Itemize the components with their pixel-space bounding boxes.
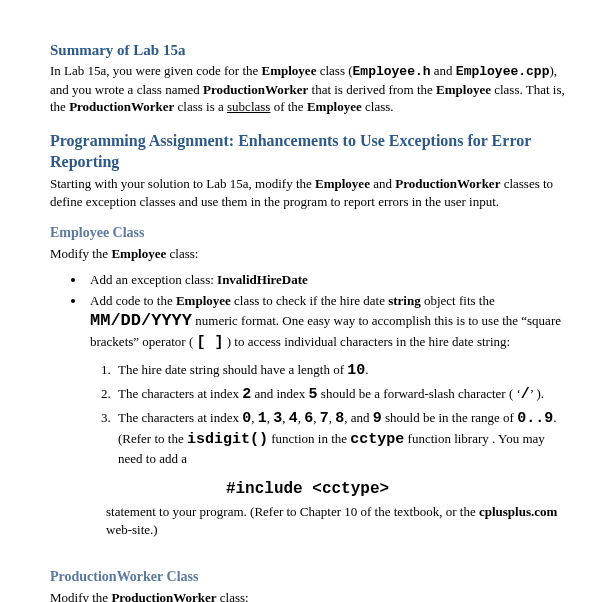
t: ProductionWorker xyxy=(69,99,174,114)
t: ProductionWorker xyxy=(203,82,308,97)
t: Add an exception class: xyxy=(90,272,217,287)
t: [ ] xyxy=(196,334,223,351)
t: Employee xyxy=(315,176,370,191)
t: 7 xyxy=(320,410,329,427)
t: function in the xyxy=(268,431,350,446)
t: and index xyxy=(251,386,308,401)
assignment-paragraph: Starting with your solution to Lab 15a, … xyxy=(50,175,565,210)
t: / xyxy=(521,386,530,403)
assignment-heading: Programming Assignment: Enhancements to … xyxy=(50,130,565,173)
t: Employee.h xyxy=(353,64,431,79)
t: class: xyxy=(166,246,198,261)
t: The characters at index xyxy=(118,410,242,425)
t: 8 xyxy=(335,410,344,427)
t: Employee.cpp xyxy=(456,64,550,79)
pw-intro: Modify the ProductionWorker class: xyxy=(50,589,565,602)
t: class. xyxy=(362,99,394,114)
include-statement: #include <cctype> xyxy=(50,479,565,501)
t: isdigit() xyxy=(187,431,268,448)
t: statement to your program. (Refer to Cha… xyxy=(106,504,479,519)
t: web-site.) xyxy=(106,522,158,537)
t: cplusplus.com xyxy=(479,504,557,519)
t: Employee xyxy=(436,82,491,97)
include-followup: statement to your program. (Refer to Cha… xyxy=(106,503,565,538)
t: 3 xyxy=(273,410,282,427)
t: 2 xyxy=(242,386,251,403)
t: . xyxy=(365,362,368,377)
t: Employee xyxy=(262,63,317,78)
t: 1 xyxy=(258,410,267,427)
t: and xyxy=(431,63,456,78)
list-item: The hire date string should have a lengt… xyxy=(114,361,565,381)
t: 4 xyxy=(289,410,298,427)
t: that is derived from the xyxy=(308,82,436,97)
t: Employee xyxy=(307,99,362,114)
pw-heading: ProductionWorker Class xyxy=(50,568,565,587)
t: 0 xyxy=(242,410,251,427)
t: Add code to the xyxy=(90,293,176,308)
t: class ( xyxy=(316,63,352,78)
t: 0..9 xyxy=(517,410,553,427)
t: should be a forward-slash character ( ‘ xyxy=(318,386,521,401)
t: In Lab 15a, you were given code for the xyxy=(50,63,262,78)
t: 5 xyxy=(309,386,318,403)
list-item: Add code to the Employee class to check … xyxy=(86,292,565,467)
t: string xyxy=(388,293,421,308)
t: class to check if the hire date xyxy=(231,293,388,308)
t: should be in the range of xyxy=(382,410,517,425)
t: Modify the xyxy=(50,590,111,602)
t: The characters at index xyxy=(118,386,242,401)
t: ProductionWorker xyxy=(111,590,216,602)
t: ) to access individual characters in the… xyxy=(224,334,511,349)
t: and xyxy=(370,176,395,191)
t: 10 xyxy=(347,362,365,379)
employee-heading: Employee Class xyxy=(50,224,565,243)
t: of the xyxy=(270,99,306,114)
summary-heading: Summary of Lab 15a xyxy=(50,40,565,60)
employee-intro: Modify the Employee class: xyxy=(50,245,565,263)
t: object fits the xyxy=(421,293,495,308)
t: class: xyxy=(217,590,249,602)
t: Starting with your solution to Lab 15a, … xyxy=(50,176,315,191)
t: InvalidHireDate xyxy=(217,272,308,287)
t: class is a xyxy=(174,99,227,114)
list-item: The characters at index 0, 1, 3, 4, 6, 7… xyxy=(114,409,565,467)
employee-bullets: Add an exception class: InvalidHireDate … xyxy=(50,271,565,468)
t: ProductionWorker xyxy=(395,176,500,191)
t: 6 xyxy=(304,410,313,427)
t: ’ ). xyxy=(530,386,544,401)
t: cctype xyxy=(350,431,404,448)
t: Modify the xyxy=(50,246,111,261)
list-item: The characters at index 2 and index 5 sh… xyxy=(114,385,565,405)
t: , and xyxy=(344,410,373,425)
t: subclass xyxy=(227,99,270,114)
t: Employee xyxy=(176,293,231,308)
list-item: Add an exception class: InvalidHireDate xyxy=(86,271,565,289)
t: 9 xyxy=(373,410,382,427)
employee-numbered: The hire date string should have a lengt… xyxy=(90,361,565,468)
t: MM/DD/YYYY xyxy=(90,311,192,330)
t: Employee xyxy=(111,246,166,261)
t: The hire date string should have a lengt… xyxy=(118,362,347,377)
summary-paragraph: In Lab 15a, you were given code for the … xyxy=(50,62,565,116)
